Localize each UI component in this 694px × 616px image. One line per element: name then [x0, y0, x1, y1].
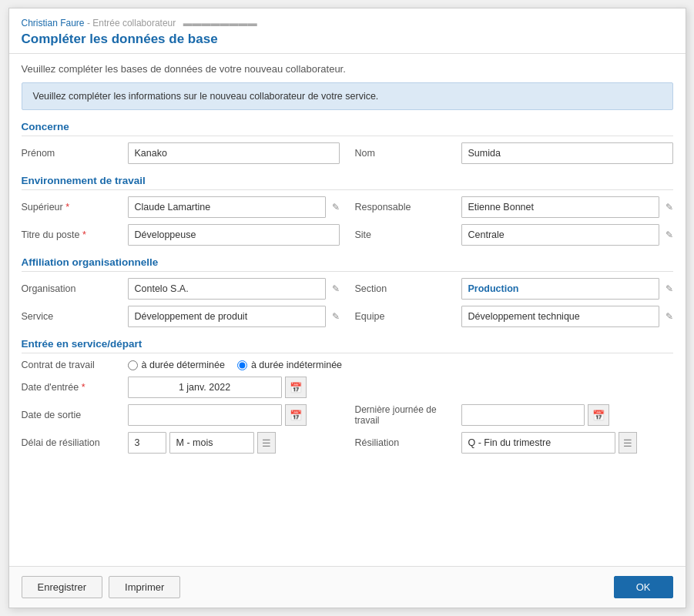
- nom-row: Nom: [355, 142, 673, 164]
- equipe-row: Equipe ✎: [355, 306, 673, 327]
- dates-grid: Date de sortie 📅 Dernière journée de tra…: [22, 404, 673, 426]
- delai-resiliation-value[interactable]: [128, 432, 166, 454]
- save-button[interactable]: Enregistrer: [22, 576, 103, 598]
- site-label: Site: [355, 229, 455, 240]
- radio-indeterminee[interactable]: à durée indéterminée: [237, 360, 342, 370]
- dialog-footer: Enregistrer Imprimer OK: [9, 566, 686, 608]
- resiliation-row: Résiliation ☰: [355, 432, 673, 454]
- dialog-body: Veuillez compléter les bases de données …: [9, 54, 686, 566]
- superieur-row: Supérieur ✎: [22, 196, 340, 218]
- responsable-row: Responsable ✎: [355, 196, 673, 218]
- contrat-label: Contrat de travail: [22, 360, 122, 370]
- site-row: Site ✎: [355, 224, 673, 246]
- radio-indeterminee-label: à durée indéterminée: [251, 360, 342, 370]
- organisation-input[interactable]: [128, 278, 326, 300]
- contrat-radio-group: à durée déterminée à durée indéterminée: [128, 360, 673, 370]
- date-sortie-row: Date de sortie 📅: [22, 404, 340, 426]
- service-row: Service ✎: [22, 306, 340, 327]
- titre-poste-label: Titre du poste: [22, 229, 122, 240]
- responsable-label: Responsable: [355, 202, 455, 213]
- affiliation-grid: Organisation ✎ Section ✎ Service ✎ Equip…: [22, 278, 673, 327]
- resiliation-label: Résiliation: [355, 437, 455, 448]
- derniere-journee-calendar-icon[interactable]: 📅: [588, 404, 609, 426]
- nom-input[interactable]: [461, 142, 673, 164]
- dialog-header: Christian Faure - Entrée collaborateur ▬…: [9, 8, 686, 54]
- derniere-journee-label: Dernière journée de travail: [355, 404, 455, 426]
- section-environnement: Environnement de travail: [22, 175, 673, 190]
- responsable-input[interactable]: [461, 196, 659, 218]
- page-title: Compléter les données de base: [22, 32, 673, 47]
- radio-indeterminee-input[interactable]: [237, 360, 247, 370]
- prenom-input[interactable]: [128, 142, 340, 164]
- date-entree-group: 📅: [128, 377, 673, 398]
- delai-resiliation-group: ☰: [128, 432, 340, 454]
- breadcrumb-step: Entrée collaborateur ▬▬▬▬▬▬▬▬: [92, 18, 256, 28]
- radio-determinee-input[interactable]: [128, 360, 138, 370]
- section-row: Section ✎: [355, 278, 673, 300]
- date-sortie-input[interactable]: [128, 404, 282, 426]
- organisation-edit-icon[interactable]: ✎: [332, 283, 340, 294]
- resiliation-grid: Délai de résiliation ☰ Résiliation ☰: [22, 432, 673, 454]
- breadcrumb: Christian Faure - Entrée collaborateur ▬…: [22, 18, 673, 28]
- responsable-edit-icon[interactable]: ✎: [666, 202, 673, 213]
- radio-determinee-label: à durée déterminée: [142, 360, 225, 370]
- derniere-journee-group: 📅: [461, 404, 673, 426]
- delai-resiliation-unit[interactable]: [169, 432, 254, 454]
- equipe-input[interactable]: [461, 306, 659, 327]
- subtitle-text: Veuillez compléter les bases de données …: [22, 63, 673, 75]
- superieur-edit-icon[interactable]: ✎: [332, 202, 340, 213]
- info-bar: Veuillez compléter les informations sur …: [22, 82, 673, 110]
- titre-poste-row: Titre du poste: [22, 224, 340, 246]
- service-label: Service: [22, 311, 122, 322]
- prenom-label: Prénom: [22, 148, 122, 159]
- delai-resiliation-row: Délai de résiliation ☰: [22, 432, 340, 454]
- date-sortie-group: 📅: [128, 404, 340, 426]
- date-entree-calendar-icon[interactable]: 📅: [285, 377, 307, 398]
- superieur-label: Supérieur: [22, 202, 122, 213]
- ok-button[interactable]: OK: [614, 576, 673, 598]
- delai-resiliation-label: Délai de résiliation: [22, 437, 122, 448]
- organisation-label: Organisation: [22, 283, 122, 294]
- date-entree-label: Date d'entrée: [22, 382, 122, 393]
- date-sortie-calendar-icon[interactable]: 📅: [285, 404, 307, 426]
- superieur-input[interactable]: [128, 196, 326, 218]
- service-input[interactable]: [128, 306, 326, 327]
- section-input[interactable]: [461, 278, 659, 300]
- resiliation-group: ☰: [461, 432, 673, 454]
- organisation-row: Organisation ✎: [22, 278, 340, 300]
- derniere-journee-row: Dernière journée de travail 📅: [355, 404, 673, 426]
- environnement-grid: Supérieur ✎ Responsable ✎ Titre du poste…: [22, 196, 673, 246]
- date-sortie-label: Date de sortie: [22, 410, 122, 420]
- section-edit-icon[interactable]: ✎: [666, 283, 673, 294]
- print-button[interactable]: Imprimer: [109, 576, 180, 598]
- resiliation-dropdown-icon[interactable]: ☰: [619, 432, 637, 454]
- resiliation-input[interactable]: [461, 432, 615, 454]
- concerne-grid: Prénom Nom: [22, 142, 673, 164]
- section-affiliation: Affiliation organisationnelle: [22, 256, 673, 272]
- main-dialog: Christian Faure - Entrée collaborateur ▬…: [8, 8, 686, 608]
- contrat-row: Contrat de travail à durée déterminée à …: [22, 360, 673, 370]
- equipe-label: Equipe: [355, 311, 455, 322]
- section-entree: Entrée en service/départ: [22, 338, 673, 353]
- breadcrumb-name[interactable]: Christian Faure: [22, 18, 85, 28]
- titre-poste-input[interactable]: [128, 224, 340, 246]
- date-entree-row: Date d'entrée 📅: [22, 377, 673, 398]
- section-field-label: Section: [355, 283, 455, 294]
- equipe-edit-icon[interactable]: ✎: [666, 311, 673, 322]
- nom-label: Nom: [355, 148, 455, 159]
- derniere-journee-input[interactable]: [461, 404, 585, 426]
- site-input[interactable]: [461, 224, 659, 246]
- site-edit-icon[interactable]: ✎: [666, 229, 673, 240]
- date-entree-input[interactable]: [128, 377, 282, 398]
- delai-resiliation-dropdown-icon[interactable]: ☰: [257, 432, 276, 454]
- footer-left-buttons: Enregistrer Imprimer: [22, 576, 181, 598]
- section-concerne: Concerne: [22, 121, 673, 136]
- service-edit-icon[interactable]: ✎: [332, 311, 340, 322]
- prenom-row: Prénom: [22, 142, 340, 164]
- radio-determinee[interactable]: à durée déterminée: [128, 360, 225, 370]
